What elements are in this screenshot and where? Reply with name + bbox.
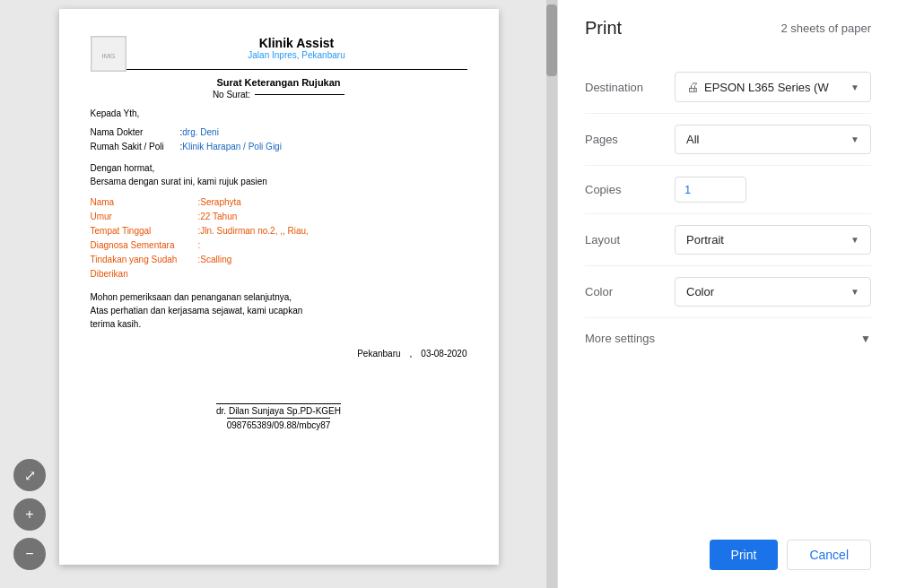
svg-text:IMG: IMG [101, 52, 115, 60]
pages-chevron-icon: ▼ [850, 134, 859, 144]
patient-treatment-label: Tindakan yang Sudah Diberikan [91, 253, 198, 281]
doctor-value: drg. Deni [182, 125, 219, 140]
hospital-label: Rumah Sakit / Poli [91, 140, 180, 154]
clinic-logo: IMG [91, 36, 126, 72]
document-preview: IMG Klinik Assist Jalan Inpres, Pekanbar… [59, 9, 499, 565]
doctor-contact: 098765389/09.88/mbcy87 [227, 418, 331, 430]
scrollbar[interactable] [546, 0, 557, 588]
zoom-in-button[interactable]: + [13, 498, 46, 531]
cancel-button[interactable]: Cancel [787, 540, 871, 570]
patient-diagnosis-label: Diagnosa Sementara [91, 238, 198, 253]
salutation: Kepada Yth, [91, 108, 467, 118]
letter-number-line [255, 94, 344, 95]
color-chevron-icon: ▼ [850, 287, 859, 297]
preview-area: IMG Klinik Assist Jalan Inpres, Pekanbar… [0, 0, 557, 588]
doctor-signature: dr. Dilan Sunjaya Sp.PD-KGEH [216, 403, 341, 416]
clinic-header: IMG Klinik Assist Jalan Inpres, Pekanbar… [91, 36, 467, 60]
more-settings-chevron-icon: ▼ [860, 333, 871, 345]
patient-name-label: Nama [91, 195, 198, 210]
destination-dropdown[interactable]: 🖨 EPSON L365 Series (W ▼ [675, 72, 871, 102]
print-panel: Print 2 sheets of paper Destination 🖨 EP… [557, 0, 898, 588]
header-divider [91, 69, 467, 70]
layout-label: Layout [585, 233, 666, 246]
layout-row: Layout Portrait ▼ [585, 214, 871, 266]
doctor-info: Nama Dokter : drg. Deni Rumah Sakit / Po… [91, 125, 467, 154]
patient-name-row: Nama : Seraphyta [91, 195, 467, 210]
destination-row: Destination 🖨 EPSON L365 Series (W ▼ [585, 61, 871, 114]
copies-label: Copies [585, 183, 666, 196]
more-settings-row[interactable]: More settings ▼ [585, 318, 871, 359]
patient-age-label: Umur [91, 210, 198, 224]
sheets-info: 2 sheets of paper [781, 22, 871, 35]
letter-number: No Surat: [91, 90, 467, 99]
doctor-row: Nama Dokter : drg. Deni [91, 125, 467, 140]
copies-input[interactable] [675, 177, 746, 203]
layout-control: Portrait ▼ [675, 225, 871, 255]
destination-chevron-icon: ▼ [850, 82, 859, 92]
zoom-in-icon: + [25, 506, 33, 523]
preview-controls: ⤢ + − [13, 459, 46, 570]
patient-age-row: Umur : 22 Tahun [91, 210, 467, 224]
doctor-label: Nama Dokter [91, 125, 180, 140]
pages-dropdown[interactable]: All ▼ [675, 125, 871, 154]
color-dropdown[interactable]: Color ▼ [675, 277, 871, 307]
scrollbar-thumb[interactable] [546, 4, 557, 76]
expand-button[interactable]: ⤢ [13, 459, 46, 491]
pages-control: All ▼ [675, 125, 871, 154]
zoom-out-icon: − [25, 546, 33, 562]
expand-icon: ⤢ [24, 467, 36, 484]
patient-address-label: Tempat Tinggal [91, 224, 198, 238]
pages-label: Pages [585, 133, 666, 146]
patient-name-value: Seraphyta [200, 195, 241, 210]
print-header: Print 2 sheets of paper [585, 18, 871, 39]
zoom-out-button[interactable]: − [13, 538, 46, 570]
request-text: Mohon pemeriksaan dan penanganan selanju… [91, 290, 467, 331]
spacer [585, 359, 871, 526]
bottom-buttons: Print Cancel [585, 526, 871, 570]
patient-age-value: 22 Tahun [200, 210, 237, 224]
layout-dropdown[interactable]: Portrait ▼ [675, 225, 871, 255]
patient-address-value: Jln. Sudirman no.2, ,, Riau, [200, 224, 309, 238]
body-intro: Dengan hormat, Bersama dengan surat ini,… [91, 161, 467, 188]
patient-address-row: Tempat Tinggal : Jln. Sudirman no.2, ,, … [91, 224, 467, 238]
destination-value: EPSON L365 Series (W [704, 81, 829, 94]
copies-control [675, 177, 871, 203]
doctor-signature-area: dr. Dilan Sunjaya Sp.PD-KGEH 098765389/0… [91, 403, 467, 430]
date-area: Pekanbaru , 03-08-2020 [357, 349, 466, 359]
hospital-value: Klinik Harapan / Poli Gigi [182, 140, 282, 154]
layout-value: Portrait [686, 233, 724, 246]
letter-title: Surat Keterangan Rujukan [91, 77, 467, 88]
hospital-row: Rumah Sakit / Poli : Klinik Harapan / Po… [91, 140, 467, 154]
clinic-address: Jalan Inpres, Pekanbaru [248, 50, 344, 60]
pages-value: All [686, 133, 699, 146]
printer-icon: 🖨 [686, 80, 699, 94]
patient-treatment-row: Tindakan yang Sudah Diberikan : Scalling [91, 253, 467, 281]
patient-treatment-value: Scalling [200, 253, 231, 281]
signature-area: Pekanbaru , 03-08-2020 [91, 349, 467, 359]
destination-control: 🖨 EPSON L365 Series (W ▼ [675, 72, 871, 102]
color-value: Color [686, 285, 714, 298]
pages-row: Pages All ▼ [585, 114, 871, 166]
destination-label: Destination [585, 81, 666, 94]
layout-chevron-icon: ▼ [850, 235, 859, 245]
patient-info: Nama : Seraphyta Umur : 22 Tahun Tempat … [91, 195, 467, 281]
color-control: Color ▼ [675, 277, 871, 307]
color-label: Color [585, 285, 666, 298]
color-row: Color Color ▼ [585, 266, 871, 318]
print-title: Print [585, 18, 622, 39]
copies-row: Copies [585, 166, 871, 214]
clinic-name: Klinik Assist [248, 36, 344, 50]
print-button[interactable]: Print [710, 540, 779, 570]
more-settings-label: More settings [585, 332, 655, 345]
patient-diagnosis-row: Diagnosa Sementara : [91, 238, 467, 253]
